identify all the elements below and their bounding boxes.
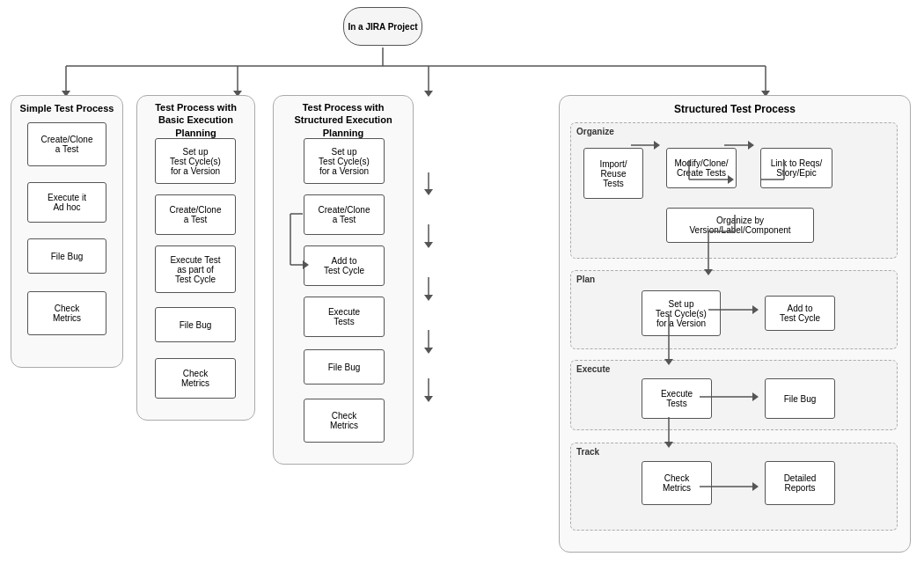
svg-marker-33 (424, 396, 433, 402)
box-st1: Import/ReuseTests (583, 148, 643, 199)
section-structured: Structured Test Process Organize Import/… (559, 95, 911, 553)
box-st7: ExecuteTests (642, 378, 712, 419)
box-se5: File Bug (304, 349, 385, 385)
box-st3: Link to Reqs/Story/Epic (760, 148, 832, 188)
box-s1: Create/Clonea Test (27, 122, 106, 166)
sub-label-organize: Organize (576, 127, 614, 136)
box-b3: Execute Testas part ofTest Cycle (155, 245, 236, 293)
box-b5: CheckMetrics (155, 358, 236, 399)
box-st10: DetailedReports (765, 461, 835, 505)
box-st4: Organize byVersion/Label/Component (666, 208, 814, 243)
box-se2: Create/Clonea Test (304, 194, 385, 235)
box-st6: Add toTest Cycle (765, 296, 835, 331)
sub-section-organize: Organize Import/ReuseTests Modify/Clone/… (570, 122, 898, 259)
box-b1: Set upTest Cycle(s)for a Version (155, 138, 236, 184)
sub-section-execute: Execute ExecuteTests File Bug (570, 360, 898, 430)
svg-marker-25 (424, 189, 433, 195)
svg-marker-7 (424, 91, 433, 97)
box-b4: File Bug (155, 307, 236, 342)
section-structured-title: Structured Test Process (560, 103, 910, 115)
svg-marker-31 (424, 348, 433, 354)
sub-label-execute: Execute (576, 364, 610, 374)
box-se6: CheckMetrics (304, 399, 385, 443)
box-se1: Set upTest Cycle(s)for a Version (304, 138, 385, 184)
box-st9: CheckMetrics (642, 461, 712, 505)
box-s3: File Bug (27, 238, 106, 274)
box-st2: Modify/Clone/Create Tests (666, 148, 737, 188)
section-basic: Test Process withBasic Execution Plannin… (136, 95, 255, 421)
sub-section-plan: Plan Set upTest Cycle(s)for a Version Ad… (570, 270, 898, 349)
section-structured-exec: Test Process withStructured Execution Pl… (273, 95, 414, 465)
section-structured-exec-title: Test Process withStructured Execution Pl… (274, 101, 413, 139)
box-st8: File Bug (765, 378, 835, 419)
top-node: In a JIRA Project (343, 7, 422, 46)
box-b2: Create/Clonea Test (155, 194, 236, 235)
box-se4: ExecuteTests (304, 297, 385, 337)
svg-marker-27 (424, 242, 433, 248)
svg-marker-29 (424, 295, 433, 301)
section-basic-title: Test Process withBasic Execution Plannin… (137, 101, 254, 139)
section-simple-title: Simple Test Process (11, 103, 122, 114)
box-se3: Add toTest Cycle (304, 245, 385, 286)
box-st5: Set upTest Cycle(s)for a Version (642, 290, 721, 336)
diagram: In a JIRA Project Simple Test Process Cr… (0, 0, 924, 564)
sub-label-plan: Plan (576, 275, 595, 284)
sub-label-track: Track (576, 447, 599, 457)
box-s2: Execute itAd hoc (27, 182, 106, 223)
section-simple: Simple Test Process Create/Clonea Test E… (11, 95, 123, 368)
box-s4: CheckMetrics (27, 291, 106, 335)
sub-section-track: Track CheckMetrics DetailedReports (570, 443, 898, 531)
